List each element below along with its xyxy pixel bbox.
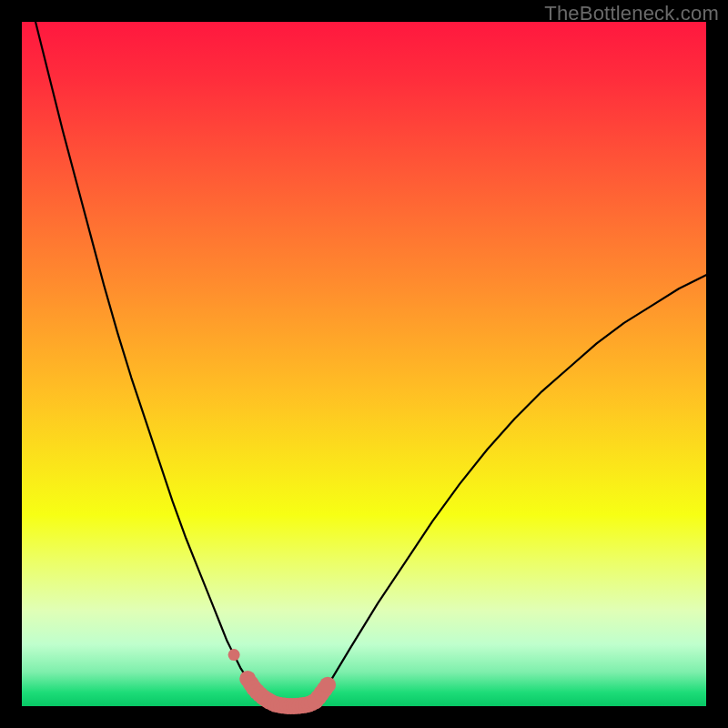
curve-marker (319, 677, 336, 693)
watermark-text: TheBottleneck.com (544, 2, 719, 25)
curve-marker-isolated (228, 649, 240, 661)
bottleneck-curve (35, 22, 706, 706)
plot-area (22, 22, 706, 706)
curve-markers (228, 649, 337, 714)
curve-layer (22, 22, 706, 706)
